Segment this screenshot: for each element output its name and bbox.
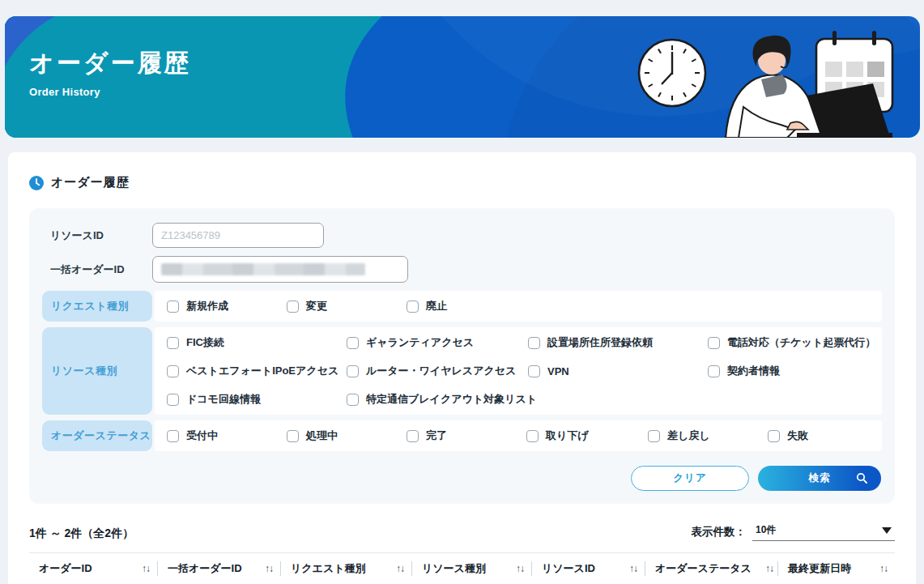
checkbox-status-accepting[interactable]: 受付中 bbox=[167, 428, 287, 443]
checkbox-resource-breakout-list[interactable]: 特定通信ブレイクアウト対象リスト bbox=[347, 392, 528, 407]
search-button[interactable]: 検索 bbox=[758, 466, 881, 491]
checkbox-request-abolish[interactable]: 廃止 bbox=[407, 299, 526, 313]
bulk-order-id-label: 一括オーダーID bbox=[42, 262, 152, 277]
checkbox-label: 廃止 bbox=[426, 299, 447, 313]
checkbox-resource-contractor[interactable]: 契約者情報 bbox=[708, 364, 882, 378]
redacted-value bbox=[161, 263, 365, 275]
page-size-select[interactable]: 10件 bbox=[752, 523, 895, 541]
column-resource-id: リソースID ↑↓ bbox=[531, 561, 645, 576]
column-label: オーダーステータス bbox=[655, 561, 752, 576]
checkbox-icon bbox=[407, 430, 419, 442]
resource-type-row: リソース種別 FIC接続 ギャランティアクセス 設置場所住所登録依頼 bbox=[42, 327, 882, 415]
checkbox-icon bbox=[528, 337, 540, 349]
checkbox-label: ベストエフォートIPoEアクセス bbox=[186, 364, 339, 378]
checkbox-icon bbox=[768, 430, 780, 442]
resource-id-label: リソースID bbox=[42, 228, 152, 243]
checkbox-icon bbox=[347, 365, 359, 377]
checkbox-resource-guarantee[interactable]: ギャランティアクセス bbox=[347, 335, 528, 350]
section-title: オーダー履歴 bbox=[51, 175, 130, 190]
checkbox-resource-vpn[interactable]: VPN bbox=[528, 364, 708, 378]
checkbox-status-withdrawn[interactable]: 取り下げ bbox=[526, 428, 648, 443]
checkbox-status-failed[interactable]: 失敗 bbox=[768, 428, 849, 443]
checkbox-resource-phone-support[interactable]: 電話対応（チケット起票代行） bbox=[708, 335, 882, 350]
checkbox-resource-ipoe[interactable]: ベストエフォートIPoEアクセス bbox=[167, 364, 347, 378]
checkbox-resource-install-address[interactable]: 設置場所住所登録依頼 bbox=[528, 335, 708, 350]
search-icon bbox=[856, 472, 867, 484]
order-status-options: 受付中 処理中 完了 取り下げ bbox=[155, 420, 882, 451]
checkbox-icon bbox=[526, 430, 539, 442]
page-subtitle: Order History bbox=[29, 86, 190, 98]
sort-arrows-icon[interactable]: ↑↓ bbox=[142, 563, 150, 574]
column-order-id: オーダーID ↑↓ bbox=[29, 561, 157, 576]
banner-illustration bbox=[622, 16, 897, 138]
column-label: 最終更新日時 bbox=[788, 561, 851, 576]
resource-type-label: リソース種別 bbox=[42, 327, 152, 415]
clock-icon bbox=[29, 176, 44, 190]
page-size-value: 10件 bbox=[756, 523, 776, 537]
checkbox-request-new[interactable]: 新規作成 bbox=[167, 299, 287, 313]
checkbox-icon bbox=[648, 430, 660, 442]
request-type-label: リクエスト種別 bbox=[42, 291, 152, 322]
column-last-updated: 最終更新日時 ↑↓ bbox=[777, 561, 895, 576]
bulk-order-id-input[interactable] bbox=[152, 256, 408, 283]
checkbox-request-change[interactable]: 変更 bbox=[287, 299, 407, 313]
checkbox-label: 設置場所住所登録依頼 bbox=[547, 335, 653, 350]
column-label: リクエスト種別 bbox=[291, 561, 366, 576]
resource-id-input[interactable] bbox=[152, 223, 324, 248]
checkbox-resource-router-wireless[interactable]: ルーター・ワイヤレスアクセス bbox=[347, 364, 528, 378]
checkbox-icon bbox=[167, 365, 179, 377]
checkbox-icon bbox=[167, 337, 179, 349]
checkbox-label: VPN bbox=[547, 365, 569, 377]
form-actions: クリア 検索 bbox=[42, 466, 882, 491]
column-label: 一括オーダーID bbox=[168, 561, 242, 576]
checkbox-label: 契約者情報 bbox=[727, 364, 780, 378]
sort-arrows-icon[interactable]: ↑↓ bbox=[265, 563, 273, 574]
checkbox-icon bbox=[708, 337, 720, 349]
checkbox-label: FIC接続 bbox=[186, 335, 224, 350]
sort-arrows-icon[interactable]: ↑↓ bbox=[765, 563, 773, 574]
column-label: リソース種別 bbox=[422, 561, 486, 576]
bulk-order-id-row: 一括オーダーID bbox=[42, 256, 882, 283]
request-type-row: リクエスト種別 新規作成 変更 廃止 bbox=[42, 291, 882, 322]
column-request-type: リクエスト種別 ↑↓ bbox=[280, 561, 411, 576]
checkbox-status-processing[interactable]: 処理中 bbox=[287, 428, 407, 443]
checkbox-label: 失敗 bbox=[787, 428, 808, 443]
sort-arrows-icon[interactable]: ↑↓ bbox=[629, 563, 637, 574]
request-type-options: 新規作成 変更 廃止 bbox=[155, 291, 882, 322]
sort-arrows-icon[interactable]: ↑↓ bbox=[879, 563, 888, 574]
checkbox-label: 変更 bbox=[306, 299, 327, 313]
checkbox-label: 差し戻し bbox=[667, 428, 710, 443]
resource-id-row: リソースID bbox=[42, 223, 882, 248]
search-button-label: 検索 bbox=[809, 471, 831, 485]
column-label: リソースID bbox=[542, 561, 595, 576]
checkbox-icon bbox=[407, 301, 419, 313]
checkbox-label: 完了 bbox=[426, 428, 447, 443]
page-title: オーダー履歴 bbox=[29, 47, 190, 80]
checkbox-label: 取り下げ bbox=[546, 428, 589, 443]
checkbox-label: 電話対応（チケット起票代行） bbox=[727, 335, 875, 350]
checkbox-label: ドコモ回線情報 bbox=[186, 392, 261, 407]
checkbox-status-returned[interactable]: 差し戻し bbox=[648, 428, 768, 443]
checkbox-label: 特定通信ブレイクアウト対象リスト bbox=[366, 392, 537, 407]
clock-icon bbox=[639, 40, 705, 106]
checkbox-icon bbox=[708, 365, 720, 377]
checkbox-icon bbox=[167, 430, 179, 442]
clear-button[interactable]: クリア bbox=[631, 466, 749, 491]
resource-type-options: FIC接続 ギャランティアクセス 設置場所住所登録依頼 電話対応（チケット起票代… bbox=[155, 327, 882, 415]
main-content-card: オーダー履歴 リソースID 一括オーダーID リクエスト種別 新規作成 bbox=[8, 152, 916, 584]
page-size-control: 表示件数： 10件 bbox=[692, 523, 896, 541]
search-filter-panel: リソースID 一括オーダーID リクエスト種別 新規作成 bbox=[29, 208, 895, 504]
checkbox-resource-docomo-line[interactable]: ドコモ回線情報 bbox=[167, 392, 347, 407]
column-label: オーダーID bbox=[39, 561, 92, 576]
checkbox-icon bbox=[167, 301, 179, 313]
sort-arrows-icon[interactable]: ↑↓ bbox=[396, 563, 404, 574]
checkbox-resource-fic[interactable]: FIC接続 bbox=[167, 335, 347, 350]
checkbox-icon bbox=[287, 430, 299, 442]
sort-arrows-icon[interactable]: ↑↓ bbox=[516, 563, 524, 574]
checkbox-label: ルーター・ワイヤレスアクセス bbox=[366, 364, 516, 378]
checkbox-icon bbox=[347, 394, 359, 406]
page-banner: オーダー履歴 Order History bbox=[5, 16, 920, 138]
page-size-label: 表示件数： bbox=[692, 525, 747, 539]
checkbox-status-complete[interactable]: 完了 bbox=[407, 428, 526, 443]
column-resource-type: リソース種別 ↑↓ bbox=[411, 561, 531, 576]
